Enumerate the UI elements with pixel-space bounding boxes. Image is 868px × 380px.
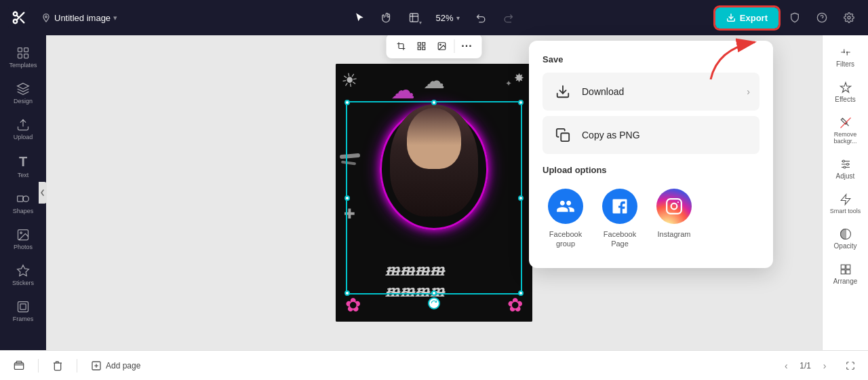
svg-line-3 — [20, 19, 24, 22]
settings-button[interactable] — [838, 7, 860, 28]
zoom-level: 52% — [435, 13, 453, 23]
copy-as-png-option[interactable]: Copy as PNG — [542, 116, 760, 154]
svg-rect-13 — [18, 48, 22, 52]
crop-button[interactable] — [392, 37, 411, 56]
svg-rect-39 — [841, 265, 845, 269]
page-count: 1/1 — [800, 361, 811, 370]
svg-point-29 — [440, 44, 441, 45]
select-tool-button[interactable] — [349, 7, 370, 28]
left-sidebar: Templates Design Upload T Text Shapes Ph… — [0, 35, 46, 350]
topbar-center-tools: ▾ 52% ▾ — [349, 7, 519, 28]
replace-button[interactable] — [433, 37, 452, 56]
sidebar-collapse-handle[interactable] — [39, 182, 47, 204]
canvas-decoration: ☀ ☁ ✸ ✦ ☁ ᵯᵯᵯᵯ ᵯᵯᵯᵯ — [336, 64, 532, 322]
title-chevron: ▾ — [113, 14, 117, 22]
copy-icon — [552, 124, 574, 146]
zoom-control[interactable]: 52% ▾ — [430, 10, 465, 26]
sidebar-item-design[interactable]: Design — [3, 77, 43, 110]
download-icon — [552, 81, 574, 102]
right-panel-effects[interactable]: Effects — [826, 76, 865, 109]
sidebar-item-text[interactable]: T Text — [3, 149, 43, 184]
hand-tool-button[interactable] — [376, 7, 397, 28]
prev-page-button[interactable]: ‹ — [778, 358, 794, 374]
svg-point-51 — [677, 202, 679, 203]
bottom-separator-2 — [77, 359, 77, 373]
undo-button[interactable] — [471, 7, 492, 28]
sidebar-label-shapes: Shapes — [13, 208, 34, 214]
bottom-separator-1 — [38, 359, 39, 373]
sidebar-label-frames: Frames — [13, 316, 34, 322]
svg-rect-43 — [14, 363, 23, 369]
right-panel-remove-bg[interactable]: Remove backgr... — [826, 111, 865, 150]
svg-rect-14 — [24, 48, 28, 52]
svg-rect-24 — [418, 43, 420, 45]
right-panel-opacity[interactable]: Opacity — [826, 223, 865, 255]
right-panel-smart-tools-label: Smart tools — [830, 208, 861, 214]
sidebar-label-design: Design — [14, 98, 33, 104]
export-label: Export — [740, 13, 768, 23]
svg-rect-22 — [18, 302, 28, 312]
bottom-bar: Add page ‹ 1/1 › — [0, 350, 868, 380]
sidebar-label-text: Text — [18, 172, 29, 178]
topbar: Untitled image ▾ ▾ 52% ▾ — [0, 0, 868, 35]
more-options-button[interactable]: ··· — [458, 37, 477, 56]
upload-instagram[interactable]: Instagram — [651, 183, 697, 254]
app-logo[interactable] — [8, 7, 30, 28]
canvas-image[interactable]: ☀ ☁ ✸ ✦ ☁ ᵯᵯᵯᵯ ᵯᵯᵯᵯ — [336, 64, 532, 322]
chevron-down-icon: ▾ — [419, 20, 422, 26]
delete-page-button[interactable] — [47, 358, 68, 374]
svg-rect-27 — [418, 47, 420, 50]
svg-rect-42 — [846, 270, 850, 274]
svg-rect-41 — [841, 270, 845, 274]
right-panel-arrange-label: Arrange — [833, 278, 858, 285]
sidebar-item-templates[interactable]: Templates — [3, 41, 43, 74]
grid-button[interactable] — [412, 37, 431, 56]
svg-point-5 — [45, 16, 47, 18]
topbar-right-tools: Export — [715, 7, 860, 28]
redo-button[interactable] — [498, 7, 519, 28]
sidebar-item-stickers[interactable]: Stickers — [3, 259, 43, 292]
svg-rect-18 — [18, 196, 23, 202]
right-panel-adjust[interactable]: Adjust — [826, 153, 865, 185]
zoom-chevron: ▾ — [456, 14, 460, 22]
document-title-area[interactable]: Untitled image ▾ — [41, 12, 117, 23]
right-panel-effects-label: Effects — [835, 96, 855, 103]
upload-options: Facebook group Facebook Page Instagram — [542, 183, 760, 254]
svg-rect-25 — [422, 43, 425, 45]
add-page-button[interactable]: Add page — [85, 358, 146, 374]
svg-point-38 — [844, 166, 846, 168]
shield-button[interactable] — [784, 7, 806, 28]
svg-point-50 — [671, 204, 677, 210]
next-page-button[interactable]: › — [816, 358, 833, 374]
sidebar-item-frames[interactable]: Frames — [3, 294, 43, 328]
right-panel-adjust-label: Adjust — [836, 172, 855, 180]
export-dropdown: Save Download › Copy as PNG Upload optio… — [529, 41, 773, 268]
download-option[interactable]: Download › — [542, 73, 760, 111]
upload-facebook-page[interactable]: Facebook Page — [597, 183, 643, 254]
svg-point-37 — [846, 164, 848, 166]
right-panel-filters[interactable]: Filters — [826, 41, 865, 73]
right-panel-arrange[interactable]: Arrange — [826, 258, 865, 290]
sidebar-item-shapes[interactable]: Shapes — [3, 187, 43, 220]
help-button[interactable] — [811, 7, 833, 28]
facebook-page-icon — [602, 189, 637, 224]
sidebar-item-upload[interactable]: Upload — [3, 113, 43, 146]
copy-as-png-label: Copy as PNG — [582, 130, 750, 140]
right-panel-smart-tools[interactable]: Smart tools — [826, 188, 865, 220]
export-button[interactable]: Export — [715, 7, 778, 28]
right-panel-opacity-label: Opacity — [834, 242, 857, 250]
fullscreen-button[interactable] — [841, 356, 860, 375]
download-label: Download — [582, 86, 738, 97]
sidebar-item-photos[interactable]: Photos — [3, 223, 43, 256]
sidebar-label-stickers: Stickers — [12, 280, 34, 286]
facebook-page-label: Facebook Page — [604, 229, 636, 249]
svg-rect-23 — [20, 304, 26, 309]
save-to-drive-button[interactable] — [8, 358, 30, 374]
sidebar-label-photos: Photos — [14, 244, 33, 250]
svg-point-21 — [20, 232, 22, 234]
layout-tool-button[interactable]: ▾ — [403, 7, 425, 28]
upload-facebook-group[interactable]: Facebook group — [542, 183, 589, 254]
facebook-group-icon — [548, 189, 583, 224]
instagram-icon — [656, 189, 692, 224]
svg-point-36 — [842, 160, 844, 162]
